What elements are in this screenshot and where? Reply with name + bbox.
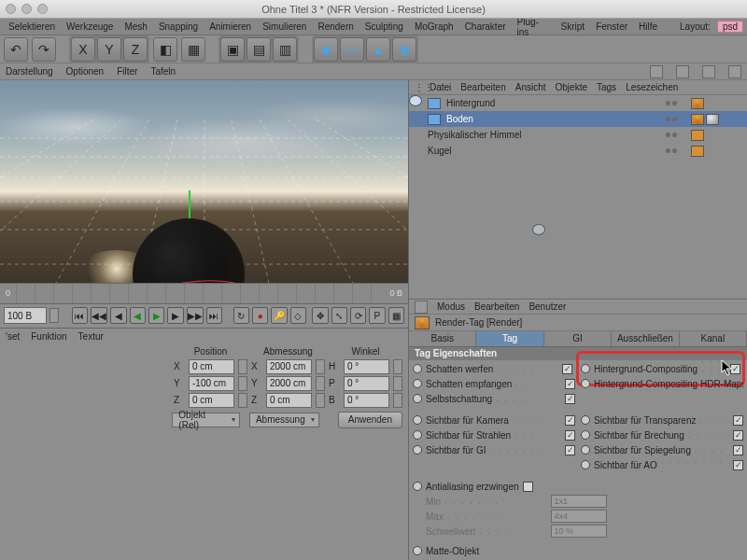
menu-simulieren[interactable]: Simulieren bbox=[258, 21, 311, 32]
compositing-tag-icon[interactable] bbox=[691, 146, 704, 157]
keyframe-button[interactable]: ◇ bbox=[290, 307, 306, 324]
render-tag-icon[interactable] bbox=[691, 114, 704, 125]
primitive-button[interactable]: ◆ bbox=[314, 37, 338, 62]
tab-gi[interactable]: GI bbox=[544, 331, 612, 345]
size-z-field[interactable]: 0 cm bbox=[266, 393, 312, 408]
tab-kanal[interactable]: Kanal bbox=[680, 331, 747, 345]
prev-frame-button[interactable]: ◀ bbox=[110, 307, 126, 324]
attr-menu-bearbeiten[interactable]: Bearbeiten bbox=[474, 301, 519, 312]
loop-button[interactable]: ↻ bbox=[233, 307, 249, 324]
vp-nav-pan-icon[interactable] bbox=[650, 65, 663, 78]
menu-sculpting[interactable]: Sculpting bbox=[360, 21, 408, 32]
move-tool-icon[interactable]: ✥ bbox=[312, 307, 328, 324]
cube-button[interactable]: ▦ bbox=[181, 37, 205, 62]
chk-sicht-spiegelung[interactable] bbox=[733, 445, 743, 455]
pos-z-spin[interactable] bbox=[238, 393, 247, 408]
material-tag-icon[interactable] bbox=[706, 114, 719, 125]
om-menu-objekte[interactable]: Objekte bbox=[556, 82, 587, 92]
object-row-kugel[interactable]: Kugel bbox=[409, 143, 747, 159]
vp-menu-filter[interactable]: Filter bbox=[117, 66, 137, 77]
axis-z-button[interactable]: Z bbox=[123, 37, 148, 62]
coord-system-button[interactable]: ◧ bbox=[153, 37, 177, 62]
coord-tab-set[interactable]: 'set bbox=[6, 331, 20, 342]
spline-button[interactable]: 〰 bbox=[340, 37, 364, 62]
goto-start-button[interactable]: ⏮ bbox=[72, 307, 88, 324]
undo-button[interactable]: ↶ bbox=[4, 37, 28, 62]
coord-mode-dropdown[interactable]: Objekt (Rel) bbox=[172, 413, 240, 427]
param-tool-icon[interactable]: P bbox=[369, 307, 385, 324]
menu-mesh[interactable]: Mesh bbox=[120, 21, 151, 32]
current-frame-field[interactable]: 100 B bbox=[4, 307, 47, 324]
ang-b-field[interactable]: 0 ° bbox=[344, 393, 389, 408]
tab-basis[interactable]: Basis bbox=[409, 331, 476, 345]
chk-sicht-kamera[interactable] bbox=[565, 415, 575, 426]
pos-y-spin[interactable] bbox=[238, 376, 247, 391]
size-x-spin[interactable] bbox=[316, 359, 325, 374]
size-mode-dropdown[interactable]: Abmessung bbox=[249, 413, 319, 427]
size-x-field[interactable]: 2000 cm bbox=[266, 359, 312, 374]
goto-end-button[interactable]: ⏭ bbox=[206, 307, 222, 324]
menu-selektieren[interactable]: Selektieren bbox=[4, 21, 60, 32]
ang-h-spin[interactable] bbox=[393, 359, 402, 374]
ang-b-spin[interactable] bbox=[393, 393, 402, 408]
prev-key-button[interactable]: ◀◀ bbox=[91, 307, 107, 324]
attr-menu-benutzer[interactable]: Benutzer bbox=[529, 301, 566, 312]
menu-hilfe[interactable]: Hilfe bbox=[634, 21, 662, 32]
coord-tab-textur[interactable]: Textur bbox=[78, 331, 104, 342]
chk-sicht-brechung[interactable] bbox=[733, 430, 743, 441]
chk-sicht-gi[interactable] bbox=[565, 445, 575, 455]
main-menubar[interactable]: Selektieren Werkzeuge Mesh Snapping Anim… bbox=[0, 19, 747, 35]
om-menu-bearbeiten[interactable]: Bearbeiten bbox=[460, 82, 505, 92]
menu-snapping[interactable]: Snapping bbox=[154, 21, 203, 32]
autokey-button[interactable]: 🔑 bbox=[271, 307, 287, 324]
chk-sicht-transparenz[interactable] bbox=[733, 415, 743, 426]
size-y-spin[interactable] bbox=[316, 376, 325, 391]
menu-plugins[interactable]: Plug-ins bbox=[513, 17, 555, 37]
sphere-object[interactable] bbox=[123, 209, 254, 283]
om-menu-datei[interactable]: Datei bbox=[430, 82, 451, 92]
generator-button[interactable]: ▲ bbox=[366, 37, 390, 62]
redo-button[interactable]: ↷ bbox=[32, 37, 56, 62]
menu-mograph[interactable]: MoGraph bbox=[410, 21, 458, 32]
render-picture-button[interactable]: ▥ bbox=[273, 37, 297, 62]
apply-button[interactable]: Anwenden bbox=[338, 412, 402, 428]
render-tag-icon[interactable] bbox=[691, 98, 704, 109]
vp-nav-rotate-icon[interactable] bbox=[702, 65, 715, 78]
object-manager[interactable]: Hintergrund Boden Physikalischer Himmel … bbox=[409, 95, 747, 299]
menu-werkzeuge[interactable]: Werkzeuge bbox=[62, 21, 118, 32]
render-region-button[interactable]: ▤ bbox=[247, 37, 271, 62]
menu-rendern[interactable]: Rendern bbox=[313, 21, 358, 32]
menu-animieren[interactable]: Animieren bbox=[204, 21, 256, 32]
axis-y-button[interactable]: Y bbox=[97, 37, 121, 62]
ang-h-field[interactable]: 0 ° bbox=[344, 359, 389, 374]
object-row-hintergrund[interactable]: Hintergrund bbox=[409, 95, 747, 111]
pos-z-field[interactable]: 0 cm bbox=[189, 393, 234, 408]
om-menu-ansicht[interactable]: Ansicht bbox=[515, 82, 546, 92]
next-frame-button[interactable]: ▶ bbox=[167, 307, 183, 324]
chk-schatten-werfen[interactable] bbox=[562, 364, 572, 374]
object-row-himmel[interactable]: Physikalischer Himmel bbox=[409, 127, 747, 143]
frame-spinner[interactable] bbox=[49, 308, 59, 323]
size-y-field[interactable]: 2000 cm bbox=[266, 376, 312, 391]
ang-p-spin[interactable] bbox=[393, 376, 402, 391]
vp-menu-optionen[interactable]: Optionen bbox=[66, 66, 105, 77]
chk-antialiasing[interactable] bbox=[523, 482, 533, 492]
chk-sicht-strahlen[interactable] bbox=[565, 430, 575, 441]
scale-tool-icon[interactable]: ⤡ bbox=[331, 307, 347, 324]
attr-menu-modus[interactable]: Modus bbox=[437, 301, 465, 312]
pos-y-field[interactable]: -100 cm bbox=[189, 376, 234, 391]
pos-x-spin[interactable] bbox=[238, 359, 247, 374]
pos-x-field[interactable]: 0 cm bbox=[189, 359, 234, 374]
chk-selbstschattung[interactable] bbox=[565, 394, 575, 404]
record-button[interactable]: ● bbox=[252, 307, 268, 324]
menu-charakter[interactable]: Charakter bbox=[460, 21, 511, 32]
menu-fenster[interactable]: Fenster bbox=[591, 21, 632, 32]
object-row-boden[interactable]: Boden bbox=[409, 111, 747, 127]
layout-selector[interactable]: psd bbox=[717, 21, 743, 33]
vp-nav-zoom-icon[interactable] bbox=[676, 65, 689, 78]
om-menu-lesezeichen[interactable]: Lesezeichen bbox=[626, 82, 678, 92]
play-back-button[interactable]: ◀ bbox=[130, 307, 146, 324]
attr-grip-icon[interactable] bbox=[415, 301, 428, 314]
viewport-perspective[interactable] bbox=[0, 80, 408, 283]
timeline-ruler[interactable]: 0 0 B bbox=[0, 283, 408, 303]
